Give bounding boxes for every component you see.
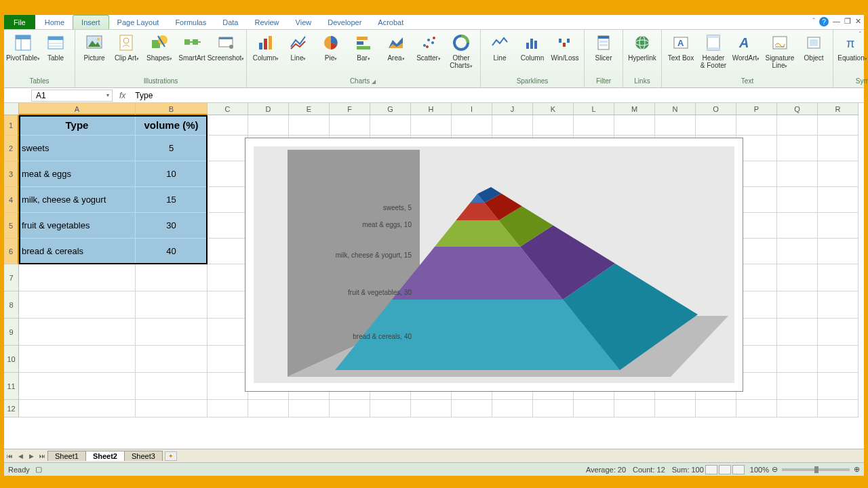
smartart-button[interactable]: SmartArt bbox=[177, 31, 207, 63]
shapes-button[interactable]: Shapes bbox=[144, 31, 174, 63]
slicer-button[interactable]: Slicer bbox=[589, 31, 618, 63]
cell[interactable] bbox=[19, 319, 136, 346]
cell[interactable] bbox=[208, 136, 248, 161]
chart-column-button[interactable]: Column bbox=[251, 31, 281, 63]
sparkline-winloss-button[interactable]: Win/Loss bbox=[550, 31, 580, 63]
select-all-corner[interactable] bbox=[4, 103, 19, 115]
macro-record-icon[interactable]: ▢ bbox=[35, 465, 42, 474]
row-header[interactable]: 10 bbox=[4, 346, 19, 373]
cell[interactable] bbox=[208, 239, 248, 264]
column-header[interactable]: O bbox=[696, 103, 736, 115]
cell[interactable]: 30 bbox=[136, 213, 208, 239]
cell[interactable] bbox=[19, 264, 136, 291]
fx-icon[interactable]: fx bbox=[119, 91, 125, 100]
help-icon[interactable]: ? bbox=[819, 17, 829, 26]
sheet-tab-3[interactable]: Sheet3 bbox=[124, 451, 163, 461]
tab-formulas[interactable]: Formulas bbox=[167, 15, 214, 29]
chart-other-button[interactable]: Other Charts bbox=[446, 31, 476, 70]
cell[interactable] bbox=[136, 319, 208, 346]
hyperlink-button[interactable]: Hyperlink bbox=[627, 31, 657, 63]
cell[interactable] bbox=[614, 115, 655, 136]
cell[interactable] bbox=[208, 161, 248, 187]
cell[interactable] bbox=[696, 400, 736, 418]
cell[interactable]: sweets bbox=[19, 136, 136, 161]
formula-input[interactable] bbox=[132, 91, 864, 100]
cell[interactable]: fruit & vegetables bbox=[19, 213, 136, 239]
cell[interactable] bbox=[736, 115, 777, 136]
zoom-out-icon[interactable]: ⊖ bbox=[772, 465, 778, 474]
cell[interactable] bbox=[777, 346, 818, 373]
minimize-icon[interactable]: — bbox=[833, 17, 840, 26]
row-header[interactable]: 11 bbox=[4, 373, 19, 400]
restore-icon[interactable]: ❐ bbox=[844, 17, 851, 26]
cell[interactable] bbox=[330, 115, 370, 136]
column-header[interactable]: L bbox=[574, 103, 614, 115]
cell[interactable]: bread & cereals bbox=[19, 239, 136, 264]
tab-review[interactable]: Review bbox=[246, 15, 287, 29]
cell[interactable] bbox=[208, 373, 248, 400]
cell[interactable] bbox=[818, 319, 859, 346]
cell[interactable] bbox=[655, 115, 696, 136]
column-header[interactable]: J bbox=[492, 103, 533, 115]
file-tab[interactable]: File bbox=[4, 15, 35, 29]
zoom-slider[interactable] bbox=[782, 468, 850, 471]
signatureline-button[interactable]: Signature Line bbox=[764, 31, 796, 70]
row-header[interactable]: 1 bbox=[4, 115, 19, 136]
column-header[interactable]: A bbox=[19, 103, 136, 115]
sparkline-column-button[interactable]: Column bbox=[517, 31, 547, 63]
cell[interactable] bbox=[736, 400, 777, 418]
column-header[interactable]: F bbox=[330, 103, 370, 115]
row-header[interactable]: 12 bbox=[4, 400, 19, 418]
cell[interactable] bbox=[777, 187, 818, 213]
row-header[interactable]: 3 bbox=[4, 161, 19, 187]
charts-dialog-launcher-icon[interactable]: ◢ bbox=[372, 79, 377, 85]
cell[interactable] bbox=[818, 346, 859, 373]
picture-button[interactable]: Picture bbox=[79, 31, 109, 63]
cell[interactable]: 5 bbox=[136, 136, 208, 161]
cell[interactable] bbox=[452, 400, 492, 418]
cell[interactable] bbox=[136, 373, 208, 400]
column-header[interactable]: N bbox=[655, 103, 696, 115]
cell[interactable] bbox=[248, 400, 289, 418]
cell[interactable] bbox=[777, 239, 818, 264]
cell[interactable] bbox=[777, 373, 818, 400]
cell[interactable] bbox=[492, 115, 533, 136]
row-header[interactable]: 8 bbox=[4, 291, 19, 319]
cell[interactable] bbox=[208, 264, 248, 291]
column-header[interactable]: Q bbox=[777, 103, 818, 115]
tab-data[interactable]: Data bbox=[214, 15, 246, 29]
view-pagebreak-icon[interactable] bbox=[732, 465, 745, 474]
worksheet-grid[interactable]: ABCDEFGHIJKLMNOPQR 123456789101112 Typev… bbox=[4, 103, 864, 449]
cell[interactable] bbox=[411, 115, 452, 136]
cell[interactable] bbox=[136, 291, 208, 319]
cell[interactable] bbox=[208, 187, 248, 213]
view-normal-icon[interactable] bbox=[705, 465, 717, 474]
tab-view[interactable]: View bbox=[288, 15, 320, 29]
cell[interactable]: Type bbox=[19, 115, 136, 136]
cell[interactable] bbox=[777, 264, 818, 291]
cell[interactable] bbox=[818, 115, 859, 136]
wordart-button[interactable]: AWordArt bbox=[731, 31, 761, 63]
cell[interactable] bbox=[818, 373, 859, 400]
cell[interactable] bbox=[289, 115, 330, 136]
column-header[interactable]: D bbox=[248, 103, 289, 115]
cell[interactable]: 15 bbox=[136, 187, 208, 213]
name-box[interactable]: A1 bbox=[31, 89, 113, 102]
cell[interactable]: 40 bbox=[136, 239, 208, 264]
cell[interactable] bbox=[777, 115, 818, 136]
object-button[interactable]: Object bbox=[799, 31, 829, 63]
tab-developer[interactable]: Developer bbox=[319, 15, 370, 29]
cell[interactable]: meat & eggs bbox=[19, 161, 136, 187]
cell[interactable] bbox=[136, 264, 208, 291]
chart-line-button[interactable]: Line bbox=[283, 31, 313, 63]
screenshot-button[interactable]: Screenshot bbox=[210, 31, 242, 63]
cell[interactable] bbox=[574, 400, 614, 418]
table-button[interactable]: Table bbox=[41, 31, 71, 63]
cell[interactable] bbox=[208, 213, 248, 239]
cell[interactable] bbox=[533, 400, 574, 418]
cell[interactable] bbox=[208, 291, 248, 319]
cell[interactable] bbox=[19, 291, 136, 319]
sheet-nav-last-icon[interactable]: ⏭ bbox=[37, 453, 47, 460]
clipart-button[interactable]: Clip Art bbox=[112, 31, 142, 63]
cell[interactable] bbox=[19, 400, 136, 418]
